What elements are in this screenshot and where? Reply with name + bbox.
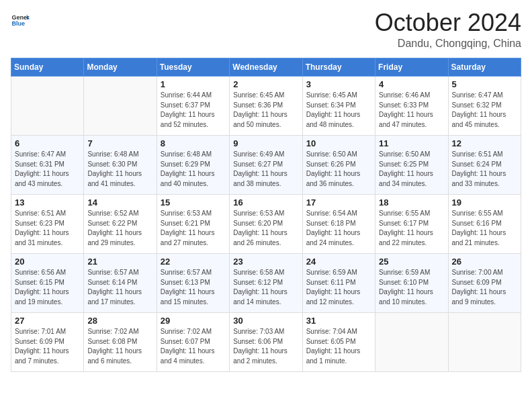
day-info: Sunrise: 6:53 AM Sunset: 6:21 PM Dayligh… xyxy=(161,209,226,248)
day-info: Sunrise: 7:01 AM Sunset: 6:09 PM Dayligh… xyxy=(15,327,80,366)
day-info: Sunrise: 6:55 AM Sunset: 6:16 PM Dayligh… xyxy=(452,209,517,248)
day-number: 26 xyxy=(452,257,517,267)
day-number: 19 xyxy=(452,197,517,208)
day-info: Sunrise: 6:56 AM Sunset: 6:15 PM Dayligh… xyxy=(15,268,80,307)
calendar-cell xyxy=(11,77,84,136)
day-info: Sunrise: 6:59 AM Sunset: 6:11 PM Dayligh… xyxy=(306,268,371,307)
calendar-cell: 16Sunrise: 6:53 AM Sunset: 6:20 PM Dayli… xyxy=(230,195,302,254)
calendar-cell: 8Sunrise: 6:48 AM Sunset: 6:29 PM Daylig… xyxy=(157,136,229,195)
day-number: 12 xyxy=(452,138,517,148)
day-number: 14 xyxy=(87,197,152,208)
day-info: Sunrise: 6:51 AM Sunset: 6:24 PM Dayligh… xyxy=(452,150,517,189)
calendar-cell: 26Sunrise: 7:00 AM Sunset: 6:09 PM Dayli… xyxy=(448,254,521,313)
day-number: 17 xyxy=(306,197,371,208)
day-number: 4 xyxy=(379,79,444,89)
weekday-header: Friday xyxy=(375,58,448,77)
day-info: Sunrise: 6:45 AM Sunset: 6:36 PM Dayligh… xyxy=(233,91,298,130)
day-info: Sunrise: 7:02 AM Sunset: 6:07 PM Dayligh… xyxy=(161,327,226,366)
day-info: Sunrise: 7:00 AM Sunset: 6:09 PM Dayligh… xyxy=(452,268,517,307)
calendar-cell: 11Sunrise: 6:50 AM Sunset: 6:25 PM Dayli… xyxy=(375,136,448,195)
calendar-week-row: 20Sunrise: 6:56 AM Sunset: 6:15 PM Dayli… xyxy=(11,254,521,313)
day-number: 2 xyxy=(233,79,298,89)
calendar-week-row: 6Sunrise: 6:47 AM Sunset: 6:31 PM Daylig… xyxy=(11,136,521,195)
day-info: Sunrise: 6:54 AM Sunset: 6:18 PM Dayligh… xyxy=(306,209,371,248)
day-info: Sunrise: 6:51 AM Sunset: 6:23 PM Dayligh… xyxy=(15,209,80,248)
calendar-week-row: 1Sunrise: 6:44 AM Sunset: 6:37 PM Daylig… xyxy=(11,77,521,136)
logo: General Blue xyxy=(11,11,30,30)
day-number: 7 xyxy=(87,138,152,148)
calendar-cell xyxy=(448,313,521,372)
calendar-cell: 20Sunrise: 6:56 AM Sunset: 6:15 PM Dayli… xyxy=(11,254,84,313)
calendar-cell: 7Sunrise: 6:48 AM Sunset: 6:30 PM Daylig… xyxy=(84,136,157,195)
day-number: 3 xyxy=(306,79,371,89)
day-info: Sunrise: 6:49 AM Sunset: 6:27 PM Dayligh… xyxy=(233,150,298,189)
day-info: Sunrise: 6:53 AM Sunset: 6:20 PM Dayligh… xyxy=(233,209,298,248)
calendar-cell xyxy=(375,313,448,372)
weekday-header: Sunday xyxy=(11,58,84,77)
day-number: 22 xyxy=(161,257,226,267)
day-number: 13 xyxy=(15,197,80,208)
day-number: 29 xyxy=(161,316,226,326)
day-info: Sunrise: 6:50 AM Sunset: 6:25 PM Dayligh… xyxy=(379,150,444,189)
weekday-header-row: SundayMondayTuesdayWednesdayThursdayFrid… xyxy=(11,58,521,77)
weekday-header: Saturday xyxy=(448,58,521,77)
day-info: Sunrise: 6:44 AM Sunset: 6:37 PM Dayligh… xyxy=(161,91,226,130)
calendar-cell: 29Sunrise: 7:02 AM Sunset: 6:07 PM Dayli… xyxy=(157,313,229,372)
day-info: Sunrise: 6:45 AM Sunset: 6:34 PM Dayligh… xyxy=(306,91,371,130)
day-number: 16 xyxy=(233,197,298,208)
calendar-cell: 31Sunrise: 7:04 AM Sunset: 6:05 PM Dayli… xyxy=(302,313,375,372)
day-info: Sunrise: 6:47 AM Sunset: 6:32 PM Dayligh… xyxy=(452,91,517,130)
calendar-cell: 13Sunrise: 6:51 AM Sunset: 6:23 PM Dayli… xyxy=(11,195,84,254)
day-info: Sunrise: 6:59 AM Sunset: 6:10 PM Dayligh… xyxy=(379,268,444,307)
calendar-cell: 6Sunrise: 6:47 AM Sunset: 6:31 PM Daylig… xyxy=(11,136,84,195)
calendar-cell xyxy=(84,77,157,136)
day-number: 11 xyxy=(379,138,444,148)
day-number: 28 xyxy=(87,316,152,326)
calendar-cell: 17Sunrise: 6:54 AM Sunset: 6:18 PM Dayli… xyxy=(302,195,375,254)
day-number: 1 xyxy=(161,79,226,89)
day-number: 6 xyxy=(15,138,80,148)
day-number: 15 xyxy=(161,197,226,208)
day-info: Sunrise: 6:57 AM Sunset: 6:14 PM Dayligh… xyxy=(87,268,152,307)
calendar-week-row: 27Sunrise: 7:01 AM Sunset: 6:09 PM Dayli… xyxy=(11,313,521,372)
calendar-cell: 30Sunrise: 7:03 AM Sunset: 6:06 PM Dayli… xyxy=(230,313,302,372)
calendar-cell: 12Sunrise: 6:51 AM Sunset: 6:24 PM Dayli… xyxy=(448,136,521,195)
calendar-cell: 1Sunrise: 6:44 AM Sunset: 6:37 PM Daylig… xyxy=(157,77,229,136)
month-title: October 2024 xyxy=(375,11,521,35)
day-info: Sunrise: 6:55 AM Sunset: 6:17 PM Dayligh… xyxy=(379,209,444,248)
day-info: Sunrise: 6:58 AM Sunset: 6:12 PM Dayligh… xyxy=(233,268,298,307)
calendar-cell: 27Sunrise: 7:01 AM Sunset: 6:09 PM Dayli… xyxy=(11,313,84,372)
calendar-cell: 5Sunrise: 6:47 AM Sunset: 6:32 PM Daylig… xyxy=(448,77,521,136)
calendar-cell: 3Sunrise: 6:45 AM Sunset: 6:34 PM Daylig… xyxy=(302,77,375,136)
day-info: Sunrise: 6:47 AM Sunset: 6:31 PM Dayligh… xyxy=(15,150,80,189)
day-number: 31 xyxy=(306,316,371,326)
title-area: October 2024 Dandu, Chongqing, China xyxy=(375,11,521,50)
calendar-cell: 4Sunrise: 6:46 AM Sunset: 6:33 PM Daylig… xyxy=(375,77,448,136)
calendar-cell: 14Sunrise: 6:52 AM Sunset: 6:22 PM Dayli… xyxy=(84,195,157,254)
day-number: 30 xyxy=(233,316,298,326)
calendar-cell: 9Sunrise: 6:49 AM Sunset: 6:27 PM Daylig… xyxy=(230,136,302,195)
calendar-cell: 21Sunrise: 6:57 AM Sunset: 6:14 PM Dayli… xyxy=(84,254,157,313)
day-info: Sunrise: 6:50 AM Sunset: 6:26 PM Dayligh… xyxy=(306,150,371,189)
day-info: Sunrise: 6:46 AM Sunset: 6:33 PM Dayligh… xyxy=(379,91,444,130)
day-number: 10 xyxy=(306,138,371,148)
calendar-cell: 19Sunrise: 6:55 AM Sunset: 6:16 PM Dayli… xyxy=(448,195,521,254)
day-info: Sunrise: 6:48 AM Sunset: 6:29 PM Dayligh… xyxy=(161,150,226,189)
calendar-cell: 10Sunrise: 6:50 AM Sunset: 6:26 PM Dayli… xyxy=(302,136,375,195)
calendar-table: SundayMondayTuesdayWednesdayThursdayFrid… xyxy=(11,58,521,372)
weekday-header: Tuesday xyxy=(157,58,229,77)
day-info: Sunrise: 6:57 AM Sunset: 6:13 PM Dayligh… xyxy=(161,268,226,307)
day-number: 23 xyxy=(233,257,298,267)
day-info: Sunrise: 6:48 AM Sunset: 6:30 PM Dayligh… xyxy=(87,150,152,189)
weekday-header: Thursday xyxy=(302,58,375,77)
calendar-cell: 18Sunrise: 6:55 AM Sunset: 6:17 PM Dayli… xyxy=(375,195,448,254)
day-number: 21 xyxy=(87,257,152,267)
calendar-cell: 28Sunrise: 7:02 AM Sunset: 6:08 PM Dayli… xyxy=(84,313,157,372)
svg-text:Blue: Blue xyxy=(11,20,25,27)
calendar-week-row: 13Sunrise: 6:51 AM Sunset: 6:23 PM Dayli… xyxy=(11,195,521,254)
day-number: 25 xyxy=(379,257,444,267)
day-number: 9 xyxy=(233,138,298,148)
day-info: Sunrise: 7:04 AM Sunset: 6:05 PM Dayligh… xyxy=(306,327,371,366)
day-info: Sunrise: 7:03 AM Sunset: 6:06 PM Dayligh… xyxy=(233,327,298,366)
day-number: 24 xyxy=(306,257,371,267)
